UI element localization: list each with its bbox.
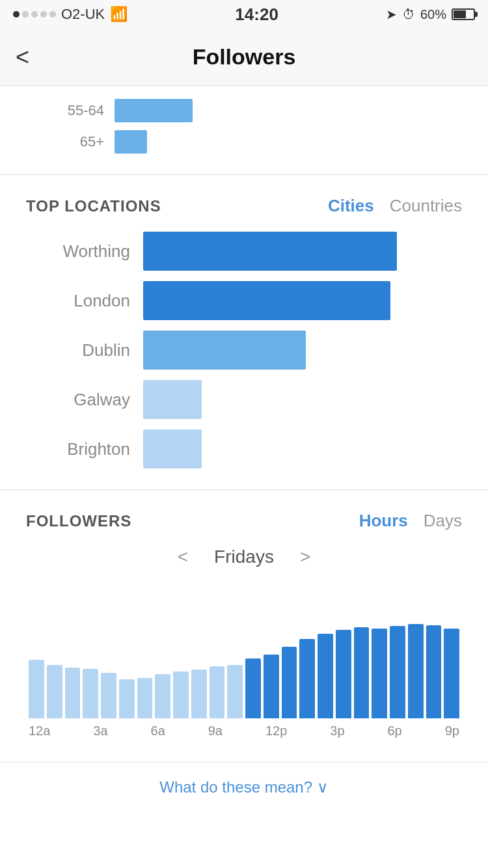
loc-label-galway: Galway (26, 390, 130, 410)
page-title: Followers (193, 44, 296, 70)
age-chart-partial: 55-64 65+ (0, 86, 488, 175)
x-label-9a: 9a (208, 724, 223, 739)
loc-bar-london (143, 281, 390, 320)
x-label-9p: 9p (445, 724, 459, 739)
bar-col-15 (299, 639, 315, 718)
back-button[interactable]: < (16, 44, 29, 71)
top-locations-section: TOP LOCATIONS Cities Countries Worthing … (0, 175, 488, 490)
bar-col-6 (137, 678, 153, 718)
x-label-12p: 12p (265, 724, 287, 739)
footer-help-link[interactable]: What do these mean? ∨ (0, 762, 488, 812)
bar-col-4 (101, 673, 116, 718)
loc-bar-dublin (143, 331, 306, 370)
top-locations-header: TOP LOCATIONS Cities Countries (26, 196, 462, 216)
bar-col-7 (155, 674, 170, 718)
x-label-12a: 12a (29, 724, 50, 739)
what-mean-link[interactable]: What do these mean? ∨ (159, 778, 328, 796)
loc-label-worthing: Worthing (26, 241, 130, 262)
tab-cities[interactable]: Cities (328, 196, 374, 216)
tab-days[interactable]: Days (424, 511, 462, 531)
status-right: ➤ ⏱ 60% (386, 7, 475, 22)
loc-bar-brighton (143, 429, 202, 468)
age-row-65plus: 65+ (39, 130, 462, 154)
loc-label-london: London (26, 291, 130, 311)
loc-label-brighton: Brighton (26, 439, 130, 459)
time-label: 14:20 (235, 5, 278, 25)
bar-col-16 (318, 634, 333, 718)
bar-col-17 (336, 630, 351, 718)
age-bar-55-64 (115, 99, 193, 122)
bar-col-13 (264, 655, 279, 718)
bar-col-20 (390, 626, 405, 718)
bar-col-5 (119, 679, 135, 718)
status-left: O2-UK 📶 (13, 6, 128, 23)
top-locations-title: TOP LOCATIONS (26, 197, 161, 215)
location-icon: ➤ (386, 7, 397, 22)
alarm-icon: ⏱ (402, 7, 415, 22)
current-day-label: Fridays (214, 547, 274, 567)
x-label-6a: 6a (151, 724, 165, 739)
bar-col-23 (444, 629, 459, 718)
bar-col-14 (282, 647, 297, 718)
followers-tabs: Hours Days (359, 511, 462, 531)
loc-row-dublin: Dublin (26, 331, 462, 370)
bar-col-18 (354, 627, 370, 718)
bar-col-19 (372, 629, 387, 718)
bar-chart-wrapper: 12a 3a 6a 9a 12p 3p 6p 9p (26, 588, 462, 739)
next-day-button[interactable]: > (300, 547, 310, 567)
x-axis-labels: 12a 3a 6a 9a 12p 3p 6p 9p (26, 718, 462, 739)
bar-col-0 (29, 660, 44, 718)
age-row-55-64: 55-64 (39, 99, 462, 122)
followers-bar-chart (26, 588, 462, 718)
age-label-65plus: 65+ (39, 133, 104, 150)
bar-col-3 (83, 669, 98, 718)
loc-row-galway: Galway (26, 380, 462, 419)
tab-hours[interactable]: Hours (359, 511, 408, 531)
bar-col-22 (426, 625, 442, 718)
loc-label-dublin: Dublin (26, 340, 130, 360)
bar-col-11 (227, 665, 243, 718)
loc-row-worthing: Worthing (26, 232, 462, 271)
x-label-3p: 3p (330, 724, 344, 739)
loc-row-london: London (26, 281, 462, 320)
bar-col-21 (408, 624, 424, 718)
signal-dots (13, 11, 56, 18)
loc-row-brighton: Brighton (26, 429, 462, 468)
location-chart: Worthing London Dublin Galway Brighton (26, 232, 462, 468)
bar-col-8 (173, 671, 189, 718)
carrier-label: O2-UK (61, 6, 105, 23)
bar-col-1 (47, 665, 62, 718)
x-label-3a: 3a (93, 724, 107, 739)
age-bar-65plus (115, 130, 147, 154)
bar-col-2 (65, 668, 81, 718)
wifi-icon: 📶 (110, 6, 128, 23)
followers-title: FOLLOWERS (26, 512, 131, 530)
tab-countries[interactable]: Countries (390, 196, 462, 216)
prev-day-button[interactable]: < (178, 547, 188, 567)
bar-col-9 (191, 670, 207, 718)
followers-header: FOLLOWERS Hours Days (26, 511, 462, 531)
loc-bar-worthing (143, 232, 397, 271)
location-tabs: Cities Countries (328, 196, 462, 216)
followers-section: FOLLOWERS Hours Days < Fridays > 12a 3a … (0, 490, 488, 752)
x-label-6p: 6p (387, 724, 401, 739)
page-header: < Followers (0, 29, 488, 86)
status-bar: O2-UK 📶 14:20 ➤ ⏱ 60% (0, 0, 488, 29)
battery-icon (452, 8, 475, 20)
day-navigator: < Fridays > (26, 547, 462, 567)
age-label-55-64: 55-64 (39, 102, 104, 119)
bar-col-12 (245, 658, 261, 718)
battery-label: 60% (420, 7, 446, 22)
loc-bar-galway (143, 380, 202, 419)
bar-col-10 (210, 666, 225, 718)
